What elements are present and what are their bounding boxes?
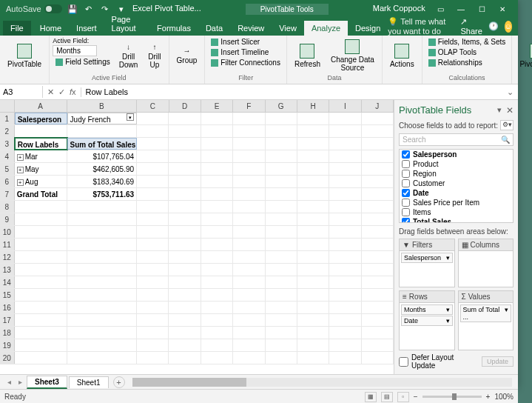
cell[interactable] xyxy=(266,163,297,175)
cell[interactable] xyxy=(67,226,137,238)
field-checkbox[interactable] xyxy=(402,218,410,223)
row-header[interactable]: 17 xyxy=(0,314,15,326)
pane-options-icon[interactable]: ▾ xyxy=(497,105,502,116)
cell[interactable] xyxy=(362,339,394,351)
drill-down-button[interactable]: ↓ Drill Down xyxy=(115,37,143,74)
cell[interactable]: $107,765.04 xyxy=(67,150,137,162)
defer-checkbox[interactable] xyxy=(399,357,408,367)
cell[interactable]: Salesperson▾ xyxy=(15,113,67,124)
cancel-formula-icon[interactable]: ✕ xyxy=(47,87,54,97)
cell[interactable] xyxy=(137,314,169,326)
row-header[interactable]: 14 xyxy=(0,276,15,288)
cell[interactable] xyxy=(266,352,297,364)
tab-formulas[interactable]: Formulas xyxy=(149,21,198,36)
cell[interactable] xyxy=(169,239,201,250)
row-header[interactable]: 20 xyxy=(0,352,15,364)
cell[interactable] xyxy=(362,176,394,187)
feedback-icon[interactable]: ☺ xyxy=(505,21,512,33)
cell[interactable] xyxy=(67,264,137,276)
row-header[interactable]: 16 xyxy=(0,302,15,313)
cell[interactable] xyxy=(201,188,233,200)
formula-input[interactable]: Row Labels xyxy=(81,86,502,98)
area-item[interactable]: Sum of Total ...▾ xyxy=(460,304,512,322)
col-header-b[interactable]: B xyxy=(67,100,138,112)
cell[interactable] xyxy=(329,352,361,364)
cell[interactable] xyxy=(15,289,67,301)
cell[interactable] xyxy=(329,188,361,200)
cell[interactable] xyxy=(137,302,169,313)
cell[interactable] xyxy=(201,276,233,288)
cell[interactable] xyxy=(201,327,233,339)
col-header-h[interactable]: H xyxy=(297,100,329,112)
cell[interactable]: $183,340.69 xyxy=(67,176,137,187)
sheet-tab-sheet3[interactable]: Sheet3 xyxy=(27,376,67,389)
cell[interactable] xyxy=(201,314,233,326)
pane-close-icon[interactable]: ✕ xyxy=(506,105,514,116)
cell[interactable] xyxy=(137,138,169,150)
cell[interactable] xyxy=(329,213,361,225)
sheet-nav-prev-icon[interactable]: ◂ xyxy=(4,378,14,386)
cell[interactable] xyxy=(201,226,233,238)
cell[interactable] xyxy=(137,188,169,200)
horizontal-scrollbar[interactable] xyxy=(132,378,513,387)
cell[interactable] xyxy=(329,226,361,238)
row-header[interactable]: 8 xyxy=(0,201,15,213)
fx-icon[interactable]: fx xyxy=(70,87,76,96)
cell[interactable] xyxy=(297,163,329,175)
cell[interactable] xyxy=(362,352,394,364)
cell[interactable] xyxy=(266,150,297,162)
cell[interactable]: Judy French▾ xyxy=(67,113,138,124)
cell[interactable] xyxy=(266,201,297,213)
cell[interactable] xyxy=(362,251,394,263)
cell[interactable] xyxy=(233,201,265,213)
cell[interactable] xyxy=(233,213,265,225)
cell[interactable] xyxy=(266,188,297,200)
row-header[interactable]: 9 xyxy=(0,213,15,225)
cell[interactable] xyxy=(201,289,233,301)
drill-up-button[interactable]: ↑ Drill Up xyxy=(144,37,165,74)
cell[interactable] xyxy=(329,264,361,276)
tell-me[interactable]: 💡 Tell me what you want to do xyxy=(388,17,454,36)
fields-items-sets-button[interactable]: Fields, Items, & Sets xyxy=(425,37,509,47)
row-header[interactable]: 1 xyxy=(0,113,15,124)
cell[interactable] xyxy=(297,339,329,351)
cell[interactable] xyxy=(329,302,361,313)
cell[interactable] xyxy=(169,213,201,225)
cell[interactable] xyxy=(137,289,169,301)
cell[interactable]: +Mar xyxy=(15,150,67,162)
cell[interactable] xyxy=(297,314,329,326)
cell[interactable]: Grand Total xyxy=(15,188,67,200)
zoom-slider[interactable] xyxy=(422,396,482,398)
cell[interactable] xyxy=(137,276,169,288)
cell[interactable] xyxy=(362,188,394,200)
cell[interactable] xyxy=(169,289,201,301)
cell[interactable]: $753,711.63 xyxy=(67,188,137,200)
cell[interactable] xyxy=(67,239,137,250)
cell[interactable] xyxy=(233,327,265,339)
update-button[interactable]: Update xyxy=(482,356,514,367)
col-header-g[interactable]: G xyxy=(266,100,297,112)
cell[interactable] xyxy=(266,251,297,263)
cell[interactable] xyxy=(169,276,201,288)
cell[interactable] xyxy=(169,339,201,351)
change-data-source-button[interactable]: Change Data Source xyxy=(326,37,379,74)
cell[interactable] xyxy=(329,150,361,162)
tab-page-layout[interactable]: Page Layout xyxy=(104,12,149,36)
tab-file[interactable]: File xyxy=(3,21,31,36)
cell[interactable] xyxy=(266,138,297,150)
cell[interactable] xyxy=(201,138,233,150)
cell[interactable] xyxy=(233,302,265,313)
cell[interactable]: +May xyxy=(15,163,67,175)
cell[interactable] xyxy=(233,176,265,187)
col-header-j[interactable]: J xyxy=(362,100,394,112)
tab-analyze[interactable]: Analyze xyxy=(304,21,348,36)
columns-area[interactable]: ▦Columns xyxy=(458,239,514,287)
cell[interactable] xyxy=(169,163,201,175)
cell[interactable] xyxy=(15,213,67,225)
col-header-a[interactable]: A xyxy=(15,100,67,112)
cell[interactable] xyxy=(201,176,233,187)
area-item[interactable]: Months▾ xyxy=(401,304,453,315)
cell[interactable] xyxy=(362,314,394,326)
cell[interactable] xyxy=(169,150,201,162)
cell[interactable] xyxy=(67,276,137,288)
